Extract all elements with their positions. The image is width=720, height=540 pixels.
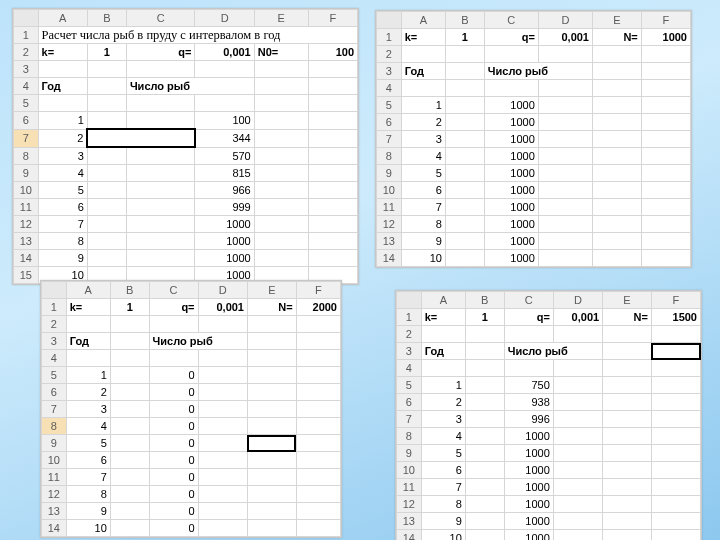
row-1[interactable]: 1 [14, 27, 39, 44]
col-F[interactable]: F [308, 10, 357, 27]
f1[interactable]: 100 [195, 112, 254, 130]
cell-k-val[interactable]: 1 [87, 44, 126, 61]
grid[interactable]: A B C D E F 1 k= 1 q= 0,001 N= 1500 2 3Г… [396, 291, 701, 540]
selected-range[interactable] [87, 129, 195, 147]
col-header-row: A B C D E F [14, 10, 358, 27]
selected-cell[interactable] [247, 435, 296, 452]
row-2[interactable]: 2 [14, 44, 39, 61]
select-all[interactable] [377, 12, 402, 29]
col-B[interactable]: B [87, 10, 126, 27]
col-A[interactable]: A [38, 10, 87, 27]
col-E[interactable]: E [254, 10, 308, 27]
grid[interactable]: A B C D E F 1 Расчет числа рыб в пруду с… [13, 9, 358, 284]
sheet-top-right: A B C D E F 1 k= 1 q= 0,001 N= 1000 2 3Г… [375, 10, 692, 268]
cell-k-label[interactable]: k= [38, 44, 87, 61]
selected-cell[interactable] [651, 343, 700, 360]
grid[interactable]: A B C D E F 1 k= 1 q= 0,001 N= 2000 2 3Г… [41, 281, 341, 537]
cell-q-val[interactable]: 0,001 [195, 44, 254, 61]
select-all[interactable] [14, 10, 39, 27]
sheet-title[interactable]: Расчет числа рыб в пруду с интервалом в … [38, 27, 357, 44]
select-all[interactable] [397, 292, 422, 309]
grid[interactable]: A B C D E F 1 k= 1 q= 0,001 N= 1000 2 3Г… [376, 11, 691, 267]
hdr-fish[interactable]: Число рыб [126, 78, 254, 95]
y1[interactable]: 1 [38, 112, 87, 130]
cell-n0-val[interactable]: 100 [308, 44, 357, 61]
col-D[interactable]: D [195, 10, 254, 27]
cell-n0-label[interactable]: N0= [254, 44, 308, 61]
hdr-year[interactable]: Год [38, 78, 87, 95]
sheet-bottom-right: A B C D E F 1 k= 1 q= 0,001 N= 1500 2 3Г… [395, 290, 702, 540]
sheet-top-left: A B C D E F 1 Расчет числа рыб в пруду с… [12, 8, 359, 285]
col-C[interactable]: C [126, 10, 195, 27]
select-all[interactable] [42, 282, 67, 299]
sheet-bottom-left: A B C D E F 1 k= 1 q= 0,001 N= 2000 2 3Г… [40, 280, 342, 538]
cell-q-label[interactable]: q= [126, 44, 195, 61]
